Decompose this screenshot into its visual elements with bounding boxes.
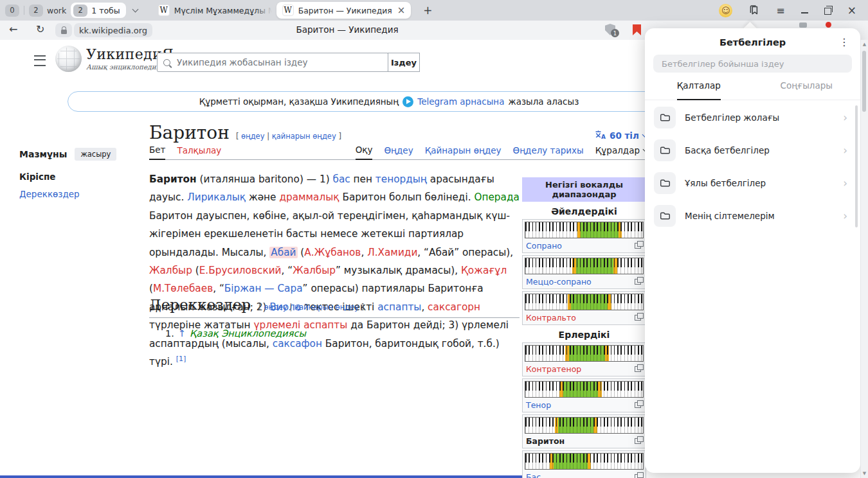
- browser-menu-icon[interactable]: ≡: [776, 4, 784, 17]
- scroll-down-icon[interactable]: ▼: [861, 471, 868, 476]
- wiki-search-input[interactable]: [176, 57, 382, 68]
- inline-link[interactable]: Операда: [474, 191, 520, 203]
- tab-tools[interactable]: Құралдар: [595, 145, 648, 159]
- chevron-right-icon: ›: [843, 144, 847, 157]
- tab-read[interactable]: Оқу: [356, 145, 373, 160]
- inline-link[interactable]: Жалбыр: [293, 265, 336, 276]
- inline-link[interactable]: Жалбыр: [149, 265, 192, 276]
- inline-link[interactable]: [1]: [176, 355, 186, 363]
- toc-item-intro[interactable]: Кіріспе: [19, 172, 135, 182]
- new-tab-button[interactable]: +: [419, 2, 436, 19]
- bookmarks-panel-icon[interactable]: [748, 4, 760, 16]
- vocal-range-label: Баритон: [526, 436, 565, 446]
- popup-window-icon[interactable]: [635, 366, 641, 372]
- piano-range-image[interactable]: [525, 417, 644, 434]
- browser-window: 0 2 work 2 1 тобы W Мүслім Мұхаммедұлы М…: [0, 0, 868, 478]
- tab-history[interactable]: Өңделу тарихы: [513, 145, 584, 159]
- tab-talk[interactable]: Талқылау: [177, 145, 221, 159]
- article-tabs: Бет Талқылау Оқу Өңдеу Қайнарын өңдеу Өң…: [149, 143, 648, 160]
- shield-badge: 1: [611, 29, 619, 37]
- folder-row-other-bookmarks[interactable]: Басқа бетбелгілер ›: [645, 134, 860, 166]
- tab-recent[interactable]: Соңғылары: [753, 80, 861, 100]
- svg-text:A: A: [601, 134, 606, 140]
- kebab-menu-icon[interactable]: ⋮: [839, 36, 849, 48]
- wikipedia-logo[interactable]: [55, 46, 82, 72]
- piano-range-image[interactable]: [525, 345, 644, 362]
- bookmarks-panel-title: Бетбелгілер: [645, 37, 860, 48]
- tab-edit-source[interactable]: Қайнарын өңдеу: [425, 145, 502, 159]
- inline-link[interactable]: Абай: [269, 247, 297, 258]
- tab-group-0-badge[interactable]: 0: [5, 4, 19, 17]
- minimize-icon[interactable]: [801, 12, 808, 13]
- tab-bariton-active[interactable]: W Баритон — Уикипедия ×: [276, 2, 411, 19]
- banner-text-suffix: жазыла аласыз: [508, 96, 579, 107]
- telegram-icon: [402, 96, 413, 107]
- folder-row-mobile-bookmarks[interactable]: Ұялы бетбелгілер ›: [645, 166, 860, 199]
- telegram-link[interactable]: Telegram арнасына: [417, 96, 504, 107]
- reference-backlink[interactable]: ↑: [178, 328, 186, 339]
- paragraph-text: пен: [350, 173, 375, 185]
- bookmarks-search-input[interactable]: [660, 58, 845, 69]
- wiki-menu-icon[interactable]: [34, 55, 46, 66]
- edit-link[interactable]: өңдеу: [241, 132, 264, 141]
- panel-scrollbar-thumb[interactable]: [855, 105, 858, 227]
- popup-window-icon[interactable]: [635, 474, 641, 478]
- inline-link[interactable]: Қожағұл: [461, 265, 507, 276]
- profile-avatar[interactable]: ☺: [719, 4, 732, 17]
- wiki-search-button[interactable]: Іздеу: [388, 53, 420, 72]
- edit-link[interactable]: өңдеу: [264, 303, 287, 312]
- vocal-range-link[interactable]: Сопрано: [526, 241, 562, 251]
- popup-window-icon[interactable]: [635, 279, 641, 285]
- tab-page[interactable]: Бет: [149, 145, 165, 160]
- edit-source-link[interactable]: қайнарын өңдеу: [294, 303, 359, 312]
- inline-link[interactable]: А.Жұбанов: [304, 247, 361, 258]
- popup-window-icon[interactable]: [635, 402, 641, 408]
- toc-item-references[interactable]: Дереккөздер: [19, 189, 135, 199]
- edit-source-link[interactable]: қайнарын өңдеу: [272, 132, 336, 141]
- tab-muslim-magomayev[interactable]: W Мүслім Мұхаммедұлы Ма: [152, 2, 272, 19]
- piano-range-image[interactable]: [525, 381, 644, 398]
- restore-window-icon[interactable]: [824, 8, 831, 15]
- vocal-range-link[interactable]: Контратенор: [526, 364, 581, 374]
- vocal-range-link[interactable]: Контральто: [526, 313, 576, 323]
- inline-link[interactable]: тенордың: [375, 173, 427, 185]
- tab-folders[interactable]: Қалталар: [645, 80, 753, 100]
- inline-link[interactable]: Біржан — Сара: [224, 283, 303, 294]
- close-window-icon[interactable]: ×: [847, 5, 856, 16]
- popup-window-icon[interactable]: [635, 438, 641, 444]
- page-scrollbar[interactable]: ▲ ▼: [860, 40, 868, 478]
- tab-group-1-toby[interactable]: 2 1 тобы: [71, 3, 125, 18]
- piano-range-image[interactable]: [525, 294, 644, 310]
- tab-group-dropdown[interactable]: [131, 10, 140, 12]
- inline-link[interactable]: бас: [332, 173, 350, 185]
- piano-range-image[interactable]: [525, 222, 644, 238]
- folder-row-my-links[interactable]: Менің сілтемелерім ›: [645, 199, 860, 232]
- reference-source-link[interactable]: Қазақ Энциклопедиясы: [190, 328, 306, 339]
- inline-link[interactable]: саксафон: [273, 338, 322, 350]
- piano-range-image[interactable]: [525, 453, 644, 470]
- inline-link[interactable]: драммалық: [279, 191, 339, 203]
- inline-link[interactable]: Л.Хамиди: [367, 247, 417, 258]
- infobox-header: Негізгі вокалды диапазондар: [522, 177, 646, 202]
- folder-label: Ұялы бетбелгілер: [685, 178, 834, 188]
- toc-hide-button[interactable]: жасыру: [75, 148, 116, 161]
- extension-icon[interactable]: [799, 22, 807, 28]
- tab-group-divider: [24, 6, 24, 15]
- popup-window-icon[interactable]: [635, 315, 641, 321]
- scroll-up-icon[interactable]: ▲: [861, 42, 868, 47]
- piano-range-image[interactable]: [525, 258, 644, 274]
- close-tab-icon[interactable]: ×: [397, 6, 406, 15]
- tab-edit[interactable]: Өңдеу: [384, 145, 413, 159]
- tab-group-work[interactable]: 2 work: [29, 4, 66, 17]
- folder-row-bookmarks-bar[interactable]: Бетбелгілер жолағы ›: [645, 101, 860, 134]
- inline-link[interactable]: Лирикалық: [187, 191, 246, 203]
- vocal-range-link[interactable]: Бас: [526, 472, 541, 478]
- scrollbar-thumb[interactable]: [862, 51, 866, 112]
- popup-window-icon[interactable]: [635, 243, 641, 249]
- inline-link[interactable]: Е.Брусиловский: [199, 265, 282, 276]
- work-group-label: work: [47, 6, 66, 15]
- vocal-range-link[interactable]: Меццо-сопрано: [526, 277, 592, 287]
- inline-link[interactable]: М.Төлебаев: [153, 283, 213, 294]
- language-selector[interactable]: A 60 тіл: [595, 130, 647, 141]
- vocal-range-link[interactable]: Тенор: [526, 400, 551, 410]
